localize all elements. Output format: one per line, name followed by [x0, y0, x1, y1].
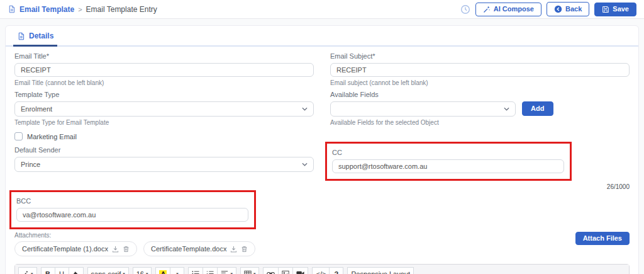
caret-down-icon: ▾	[253, 271, 256, 274]
attachments-block: Attachments: CertificateTemplate (1).doc…	[14, 232, 255, 256]
ordered-list-button[interactable]	[203, 267, 218, 274]
email-body-editor: ▾ B U sans-serif ▾	[14, 264, 630, 274]
numbered-list-icon	[206, 270, 214, 274]
font-color-swatch: A	[159, 270, 167, 274]
attachment-name: CertificateTemplate.docx	[151, 245, 226, 253]
caret-down-icon: ▾	[146, 271, 148, 274]
top-bar: Email Template > Email Template Entry AI…	[0, 0, 644, 19]
table-icon	[244, 270, 252, 274]
code-view-button[interactable]: </>	[312, 267, 330, 274]
bold-button[interactable]: B	[41, 267, 55, 274]
save-icon	[602, 6, 609, 13]
font-family-value: sans-serif	[91, 270, 121, 274]
template-type-helper: Template Type for Email Template	[14, 119, 314, 126]
picture-icon	[282, 270, 289, 274]
font-color-dropdown-button[interactable]: ▾	[170, 267, 184, 274]
unordered-list-button[interactable]	[188, 267, 203, 274]
caret-down-icon: ▾	[230, 271, 233, 274]
back-button[interactable]: Back	[547, 2, 589, 16]
email-template-entry-page: { "colors": { "accent": "#3263c7", "link…	[0, 0, 644, 274]
attachment-chip[interactable]: CertificateTemplate (1).docx	[14, 241, 137, 256]
breadcrumb-separator: >	[78, 6, 82, 13]
image-button[interactable]	[278, 267, 293, 274]
help-button[interactable]: ?	[329, 267, 343, 274]
bold-glyph: B	[45, 270, 50, 274]
tab-details-label: Details	[29, 31, 53, 40]
marketing-email-checkbox[interactable]	[14, 132, 23, 140]
template-type-field: Template Type Enrolment Template Type fo…	[14, 86, 314, 126]
marketing-email-label: Marketing Email	[27, 133, 77, 140]
code-view-glyph: </>	[316, 270, 326, 274]
ai-compose-label: AI Compose	[494, 6, 534, 13]
eraser-icon	[72, 270, 80, 274]
chevron-down-icon	[302, 163, 308, 166]
details-tab-icon	[17, 32, 25, 40]
cc-input[interactable]	[332, 159, 564, 173]
breadcrumb-link-email-template[interactable]: Email Template	[19, 5, 74, 14]
bcc-section: BCC	[14, 190, 314, 229]
template-type-value: Enrolment	[21, 105, 52, 113]
header-actions: AI Compose Back Save	[460, 2, 636, 16]
available-fields-label: Available Fields	[330, 91, 630, 98]
font-size-button[interactable]: 16 ▾	[133, 267, 152, 274]
table-button[interactable]: ▾	[240, 267, 260, 274]
attachment-chips: CertificateTemplate (1).docx Certificate…	[14, 241, 255, 256]
underline-button[interactable]: U	[55, 267, 69, 274]
chevron-down-icon	[504, 107, 509, 111]
add-field-button[interactable]: Add	[522, 101, 553, 116]
magic-wand-icon	[483, 6, 491, 13]
attachment-name: CertificateTemplate (1).docx	[22, 245, 108, 253]
ai-compose-button[interactable]: AI Compose	[475, 3, 541, 16]
font-size-value: 16	[136, 270, 144, 274]
email-title-input[interactable]	[14, 63, 314, 77]
question-glyph: ?	[335, 270, 339, 274]
available-fields-field: Available Fields Add Available Fields fo…	[330, 86, 630, 126]
font-family-button[interactable]: sans-serif ▾	[87, 267, 129, 274]
default-sender-select[interactable]: Prince	[14, 157, 314, 172]
bcc-highlight-box: BCC	[9, 190, 256, 229]
underline-glyph: U	[59, 270, 64, 274]
delete-icon[interactable]	[241, 246, 248, 253]
responsive-layout-button[interactable]: Responsive Layout	[347, 267, 414, 274]
link-button[interactable]	[263, 267, 279, 274]
clear-format-button[interactable]	[69, 267, 84, 274]
template-type-select[interactable]: Enrolment	[14, 101, 314, 117]
delete-icon[interactable]	[123, 246, 130, 253]
email-subject-input[interactable]	[330, 63, 630, 77]
back-circle-icon	[554, 5, 562, 13]
bcc-input[interactable]	[16, 208, 248, 222]
default-sender-label: Default Sender	[14, 146, 314, 154]
attachment-chip[interactable]: CertificateTemplate.docx	[143, 241, 255, 256]
details-card: Details Email Title* Email Title (cannot…	[5, 25, 639, 274]
available-fields-select[interactable]	[330, 101, 516, 117]
template-form: Email Title* Email Title (cannot be left…	[6, 47, 638, 229]
tab-details[interactable]: Details	[13, 26, 57, 47]
document-icon	[8, 5, 16, 13]
link-icon	[267, 271, 275, 274]
save-label: Save	[613, 6, 629, 13]
breadcrumb: Email Template > Email Template Entry	[8, 5, 157, 14]
email-subject-field: Email Subject* Email subject (cannot be …	[330, 48, 630, 86]
cc-char-counter: 26/1000	[330, 183, 630, 190]
editor-toolbar: ▾ B U sans-serif ▾	[15, 265, 629, 274]
download-icon[interactable]	[230, 246, 237, 253]
paragraph-button[interactable]: ▾	[217, 267, 236, 274]
email-title-field: Email Title* Email Title (cannot be left…	[14, 48, 314, 86]
bullet-list-icon	[192, 270, 199, 274]
caret-down-icon: ▾	[176, 271, 179, 274]
history-icon[interactable]	[460, 4, 470, 14]
back-label: Back	[565, 6, 582, 13]
tab-bar: Details	[6, 26, 638, 47]
attach-files-button[interactable]: Attach Files	[575, 232, 630, 245]
download-icon[interactable]	[112, 246, 119, 253]
font-color-button[interactable]: A	[155, 267, 170, 274]
caret-down-icon: ▾	[123, 271, 125, 274]
default-sender-value: Prince	[21, 161, 40, 168]
magic-wand-icon	[22, 270, 29, 274]
video-button[interactable]	[292, 267, 308, 274]
video-icon	[296, 271, 304, 274]
save-button[interactable]: Save	[594, 3, 636, 16]
cc-section: CC 26/1000	[330, 142, 630, 190]
attachments-section: Attachments: CertificateTemplate (1).doc…	[6, 229, 638, 256]
style-dropdown-button[interactable]: ▾	[18, 267, 37, 274]
